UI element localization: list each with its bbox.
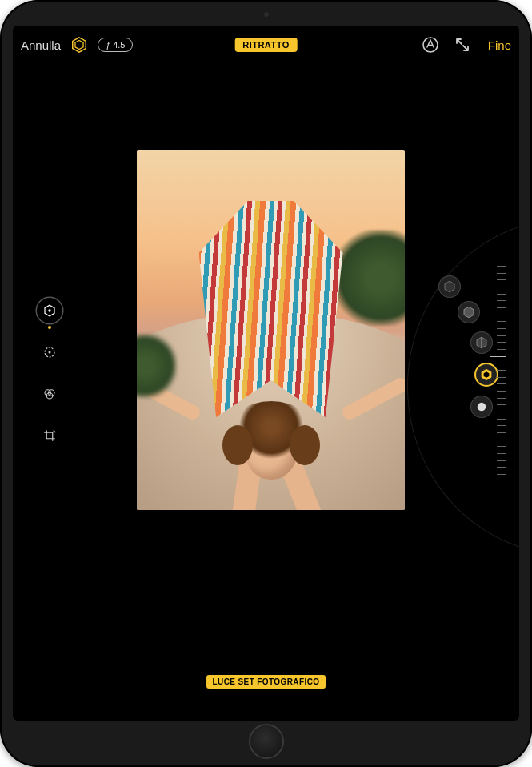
slider-tick [497,287,506,287]
natural-light-icon [442,279,457,294]
slider-tick [497,440,506,440]
svg-marker-0 [73,38,86,52]
front-camera-dot [263,11,270,18]
top-toolbar: Annulla ƒ 4.5 RITRATTO [13,26,519,64]
svg-marker-1 [75,41,83,50]
slider-tick [490,356,506,357]
expand-icon [453,35,472,54]
slider-tick [497,370,506,371]
slider-tick [497,342,506,343]
adjust-icon [42,345,57,359]
slider-tick [497,294,506,295]
slider-tick [497,335,506,336]
tool-filters[interactable] [37,381,62,407]
slider-tick [497,321,506,322]
slider-tick [497,419,506,420]
tool-portrait-lighting[interactable] [37,298,62,323]
done-button[interactable]: Fine [488,38,511,52]
home-button[interactable] [249,724,284,759]
slider-tick [497,315,506,315]
slider-tick [497,467,506,468]
slider-tick [497,300,506,301]
slider-tick [497,266,506,267]
slider-tick [497,398,506,399]
markup-icon [421,35,440,54]
slider-tick [497,349,506,350]
slider-tick [497,474,506,475]
slider-tick [497,328,506,329]
hexagon-icon [42,303,57,318]
filters-icon [42,387,57,401]
slider-tick [497,307,506,308]
ipad-device-frame: Annulla ƒ 4.5 RITRATTO [0,0,532,767]
lighting-intensity-slider[interactable] [474,266,511,474]
slider-tick [497,391,506,392]
lighting-option-natural[interactable] [439,276,460,297]
slider-tick [497,425,506,426]
tool-adjust[interactable] [37,339,62,365]
mode-pill: RITRATTO [234,38,298,52]
slider-tick [497,432,506,433]
crop-icon [42,428,57,443]
cancel-button[interactable]: Annulla [21,38,61,52]
slider-tick [497,273,506,274]
svg-point-6 [49,351,51,354]
tool-crop[interactable] [37,423,62,448]
slider-tick [497,453,506,454]
markup-button[interactable] [421,35,440,54]
f-stop-value: 4.5 [113,40,125,50]
svg-marker-10 [445,281,454,292]
slider-tick [497,384,506,384]
f-stop-prefix: ƒ [106,40,110,50]
slider-tick [497,363,506,363]
slider-tick [497,377,506,378]
slider-tick [497,279,506,280]
slider-tick [497,404,506,405]
edit-category-tools [37,298,62,448]
slider-tick [497,460,506,461]
svg-marker-11 [464,307,474,318]
screen: Annulla ƒ 4.5 RITRATTO [13,26,519,721]
slider-tick [497,412,506,412]
hexagon-icon [70,36,88,54]
fullscreen-button[interactable] [453,35,472,54]
svg-point-4 [48,309,50,311]
f-stop-button[interactable]: ƒ 4.5 [98,38,133,52]
slider-tick [497,446,506,447]
lighting-label: LUCE SET FOTOGRAFICO [206,675,326,689]
photo-subject [187,198,355,486]
portrait-hex-button[interactable] [69,34,90,55]
